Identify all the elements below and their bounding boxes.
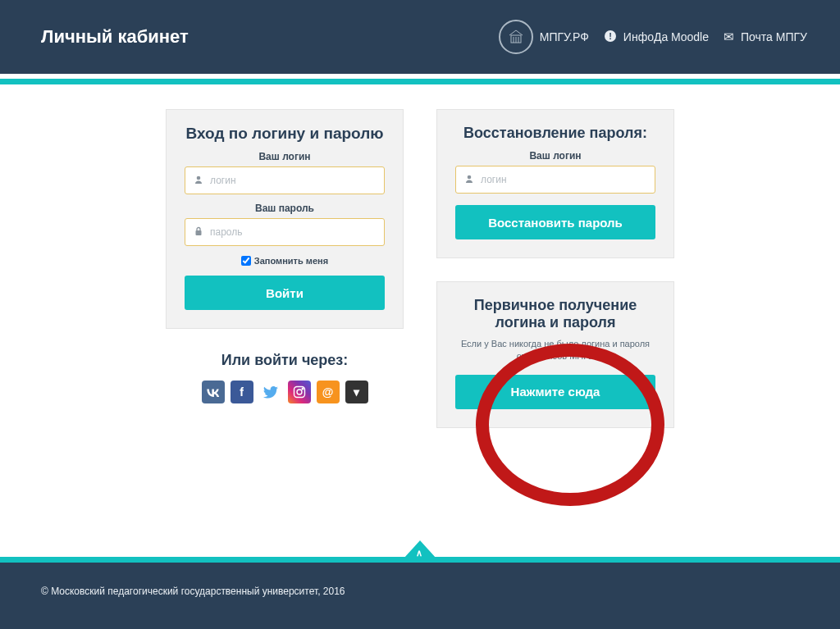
mail-icon: ✉ xyxy=(724,30,734,44)
column-right: Восстановление пароля: Ваш логин Восстан… xyxy=(436,109,674,511)
more-dropdown-icon[interactable]: ▾ xyxy=(345,381,368,403)
login-card: Вход по логину и паролю Ваш логин Ваш па… xyxy=(166,109,404,329)
svg-point-10 xyxy=(302,388,304,390)
user-icon xyxy=(464,174,481,186)
remember-label: Запомнить меня xyxy=(254,256,328,266)
remember-checkbox-wrap[interactable]: Запомнить меня xyxy=(185,256,385,266)
svg-point-6 xyxy=(197,175,201,180)
university-logo-icon xyxy=(499,20,533,54)
page-title: Личный кабинет xyxy=(41,26,499,48)
facebook-icon[interactable]: f xyxy=(231,381,253,403)
link-site-label: МПГУ.РФ xyxy=(540,30,589,43)
link-site[interactable]: МПГУ.РФ xyxy=(499,20,589,54)
social-login-row: f @ ▾ xyxy=(166,381,404,403)
divider-top xyxy=(0,79,840,84)
instagram-icon[interactable] xyxy=(288,381,311,403)
login-button[interactable]: Войти xyxy=(185,276,385,310)
svg-point-11 xyxy=(468,175,472,179)
twitter-icon[interactable] xyxy=(259,381,282,403)
login-card-title: Вход по логину и паролю xyxy=(185,125,385,143)
first-card-title: Первичное получение логина и пароля xyxy=(455,297,655,331)
first-login-card: Первичное получение логина и пароля Если… xyxy=(436,281,674,428)
alt-login-title: Или войти через: xyxy=(166,352,404,369)
first-card-help: Если у Вас никогда не было логина и паро… xyxy=(455,338,655,363)
remember-checkbox[interactable] xyxy=(241,256,251,266)
content: Вход по логину и паролю Ваш логин Ваш па… xyxy=(0,84,840,511)
recover-login-input-wrap[interactable] xyxy=(455,166,655,194)
recover-card: Восстановление пароля: Ваш логин Восстан… xyxy=(436,109,674,258)
vk-icon[interactable] xyxy=(202,381,225,403)
link-mail-label: Почта МПГУ xyxy=(741,30,807,43)
password-input-wrap[interactable] xyxy=(185,218,385,246)
password-input[interactable] xyxy=(210,226,376,238)
header: Личный кабинет МПГУ.РФ ! ИнфоДа Moodle ✉… xyxy=(0,0,840,74)
user-icon xyxy=(194,175,210,187)
footer: © Московский педагогический государствен… xyxy=(0,563,840,629)
chevron-up-icon: ∧ xyxy=(416,548,422,558)
footer-copyright: © Московский педагогический государствен… xyxy=(41,586,345,597)
lock-icon xyxy=(194,226,210,239)
recover-login-input[interactable] xyxy=(481,174,646,185)
link-moodle[interactable]: ! ИнфоДа Moodle xyxy=(604,30,709,45)
recover-login-label: Ваш логин xyxy=(455,150,655,162)
link-moodle-label: ИнфоДа Moodle xyxy=(623,30,709,43)
svg-point-9 xyxy=(297,390,302,394)
recover-button[interactable]: Восстановить пароль xyxy=(455,205,655,239)
scroll-top-button[interactable]: ∧ xyxy=(404,540,436,558)
password-label: Ваш пароль xyxy=(185,203,385,214)
mailru-icon[interactable]: @ xyxy=(317,381,340,403)
login-label: Ваш логин xyxy=(185,151,385,162)
first-login-button[interactable]: Нажмите сюда xyxy=(455,375,655,409)
svg-text:!: ! xyxy=(609,31,612,41)
link-mail[interactable]: ✉ Почта МПГУ xyxy=(724,30,807,44)
column-left: Вход по логину и паролю Ваш логин Ваш па… xyxy=(166,109,404,511)
login-input[interactable] xyxy=(210,175,376,186)
login-input-wrap[interactable] xyxy=(185,166,385,194)
info-icon: ! xyxy=(604,30,617,45)
recover-card-title: Восстановление пароля: xyxy=(455,125,655,142)
header-links: МПГУ.РФ ! ИнфоДа Moodle ✉ Почта МПГУ xyxy=(499,20,807,54)
svg-rect-7 xyxy=(196,230,202,235)
